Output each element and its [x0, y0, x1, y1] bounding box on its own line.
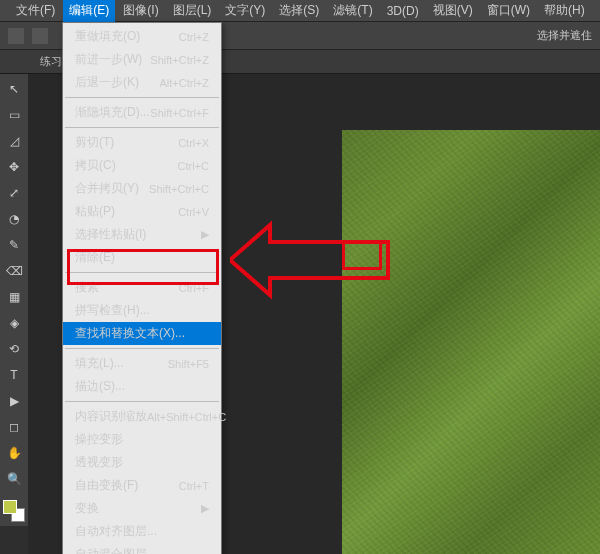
menu-item: 合并拷贝(Y)Shift+Ctrl+C: [63, 177, 221, 200]
menu-item[interactable]: 后退一步(K)Alt+Ctrl+Z: [63, 71, 221, 94]
menu-item[interactable]: 搜索Ctrl+F: [63, 276, 221, 299]
tool-14[interactable]: ✋: [3, 442, 25, 464]
document-image: [342, 130, 600, 554]
tool-13[interactable]: ◻: [3, 416, 25, 438]
menu-item[interactable]: 内容识别缩放Alt+Shift+Ctrl+C: [63, 405, 221, 428]
tool-7[interactable]: ⌫: [3, 260, 25, 282]
menu-编辑[interactable]: 编辑(E): [63, 0, 115, 22]
color-swatch[interactable]: [3, 500, 25, 522]
menu-帮助[interactable]: 帮助(H): [538, 0, 591, 22]
select-and-mask-button[interactable]: 选择并遮住: [537, 28, 592, 43]
selection-mode-icon[interactable]: [32, 28, 48, 44]
tool-6[interactable]: ✎: [3, 234, 25, 256]
tool-11[interactable]: T: [3, 364, 25, 386]
menu-图像[interactable]: 图像(I): [117, 0, 164, 22]
menu-item[interactable]: 描边(S)...: [63, 375, 221, 398]
tool-8[interactable]: ▦: [3, 286, 25, 308]
menu-item[interactable]: 重做填充(O)Ctrl+Z: [63, 25, 221, 48]
tool-5[interactable]: ◔: [3, 208, 25, 230]
menu-3D[interactable]: 3D(D): [381, 1, 425, 21]
tool-1[interactable]: ▭: [3, 104, 25, 126]
menu-item[interactable]: 拼写检查(H)...: [63, 299, 221, 322]
menu-item[interactable]: 查找和替换文本(X)...: [63, 322, 221, 345]
menu-item: 自动对齐图层...: [63, 520, 221, 543]
tool-10[interactable]: ⟲: [3, 338, 25, 360]
tool-0[interactable]: ↖: [3, 78, 25, 100]
menu-item[interactable]: 拷贝(C)Ctrl+C: [63, 154, 221, 177]
menu-滤镜[interactable]: 滤镜(T): [327, 0, 378, 22]
menu-视图[interactable]: 视图(V): [427, 0, 479, 22]
tool-3[interactable]: ✥: [3, 156, 25, 178]
menu-item: 自动混合图层...: [63, 543, 221, 554]
menu-文件[interactable]: 文件(F): [10, 0, 61, 22]
menu-item[interactable]: 选择性粘贴(I)▶: [63, 223, 221, 246]
menu-item[interactable]: 剪切(T)Ctrl+X: [63, 131, 221, 154]
menu-item[interactable]: 渐隐填充(D)...Shift+Ctrl+F: [63, 101, 221, 124]
tool-preset-icon[interactable]: [8, 28, 24, 44]
menu-item[interactable]: 前进一步(W)Shift+Ctrl+Z: [63, 48, 221, 71]
tool-2[interactable]: ◿: [3, 130, 25, 152]
menu-item[interactable]: 填充(L)...Shift+F5: [63, 352, 221, 375]
menu-item: 操控变形: [63, 428, 221, 451]
tool-12[interactable]: ▶: [3, 390, 25, 412]
menu-选择[interactable]: 选择(S): [273, 0, 325, 22]
tool-15[interactable]: 🔍: [3, 468, 25, 490]
menu-item[interactable]: 清除(E): [63, 246, 221, 269]
menu-item[interactable]: 透视变形: [63, 451, 221, 474]
menu-item[interactable]: 变换▶: [63, 497, 221, 520]
menubar: 文件(F)编辑(E)图像(I)图层(L)文字(Y)选择(S)滤镜(T)3D(D)…: [0, 0, 600, 22]
edit-menu-dropdown: 重做填充(O)Ctrl+Z前进一步(W)Shift+Ctrl+Z后退一步(K)A…: [62, 22, 222, 554]
menu-图层[interactable]: 图层(L): [167, 0, 218, 22]
menu-文字[interactable]: 文字(Y): [219, 0, 271, 22]
tools-panel: ↖▭◿✥⤢◔✎⌫▦◈⟲T▶◻✋🔍: [0, 74, 28, 526]
menu-窗口[interactable]: 窗口(W): [481, 0, 536, 22]
menu-item[interactable]: 粘贴(P)Ctrl+V: [63, 200, 221, 223]
menu-item[interactable]: 自由变换(F)Ctrl+T: [63, 474, 221, 497]
tool-4[interactable]: ⤢: [3, 182, 25, 204]
tool-9[interactable]: ◈: [3, 312, 25, 334]
